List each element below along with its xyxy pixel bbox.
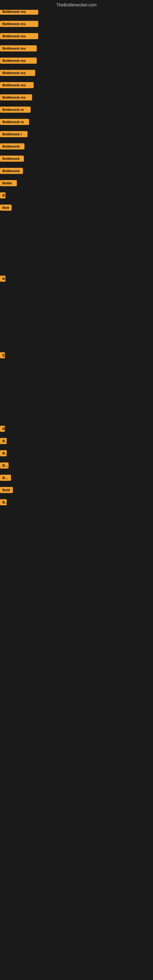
bottleneck-button-17[interactable]: Bott [0, 205, 12, 211]
bottleneck-button-9[interactable]: Bottleneck re [0, 107, 30, 113]
site-title: TheBottlenecker.com [0, 0, 153, 10]
bottleneck-button-18[interactable]: B [0, 275, 5, 282]
bottleneck-button-22[interactable]: Bo [0, 450, 7, 456]
bottleneck-button-15[interactable]: Bottle [0, 180, 17, 186]
page-container: TheBottlenecker.com Bottleneck resBottle… [0, 0, 153, 980]
bottleneck-button-21[interactable]: Bo [0, 438, 7, 444]
bottleneck-button-3[interactable]: Bottleneck res [0, 33, 38, 39]
bottleneck-button-6[interactable]: Bottleneck res [0, 70, 35, 76]
bottleneck-button-8[interactable]: Bottleneck res [0, 94, 32, 100]
bottleneck-button-24[interactable]: Bott [0, 475, 11, 481]
bottleneck-button-4[interactable]: Bottleneck res [0, 45, 37, 51]
bottleneck-button-10[interactable]: Bottleneck re [0, 119, 29, 125]
bottleneck-button-20[interactable]: R [0, 426, 5, 432]
bottleneck-button-19[interactable]: E [0, 352, 5, 358]
bottleneck-button-5[interactable]: Bottleneck res [0, 57, 37, 64]
bottleneck-button-2[interactable]: Bottleneck res [0, 21, 38, 27]
bottleneck-button-11[interactable]: Bottleneck r [0, 131, 27, 137]
bottleneck-button-14[interactable]: Bottleneck [0, 168, 23, 174]
bottleneck-button-16[interactable]: B [0, 192, 5, 199]
bottleneck-button-25[interactable]: Bottl [0, 487, 13, 493]
bottleneck-button-13[interactable]: Bottleneck [0, 156, 24, 162]
bottleneck-button-7[interactable]: Bottleneck res [0, 82, 33, 88]
bottleneck-button-12[interactable]: Bottleneck [0, 143, 24, 150]
bottleneck-button-26[interactable]: Bo [0, 499, 7, 505]
bottleneck-button-23[interactable]: Bot [0, 463, 9, 469]
